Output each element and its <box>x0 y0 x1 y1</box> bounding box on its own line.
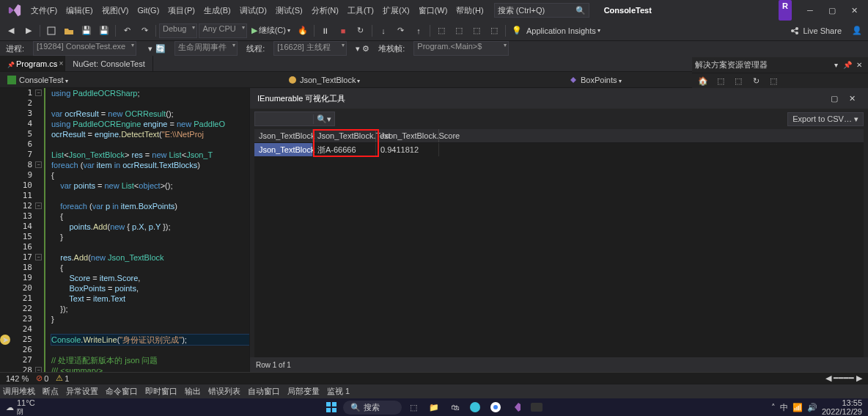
nav-back-button[interactable]: ◀ <box>3 23 19 39</box>
explorer-icon[interactable]: 📁 <box>425 398 443 416</box>
config-combo[interactable]: Debug <box>159 23 197 38</box>
scroll-handle[interactable]: ◀ ━━━━ ▶ <box>825 373 862 383</box>
chrome-icon[interactable] <box>487 398 504 416</box>
process-combo[interactable]: [19284] ConsoleTest.exe <box>33 41 136 56</box>
tab-nuget[interactable]: NuGet: ConsoleTest <box>65 56 152 71</box>
tab-autos[interactable]: 自动窗口 <box>248 386 280 397</box>
wifi-icon[interactable]: 📶 <box>792 403 803 412</box>
edge-icon[interactable] <box>466 398 484 416</box>
tray-chevron-icon[interactable]: ˄ <box>771 403 776 412</box>
insights-icon[interactable]: 💡 <box>509 23 525 39</box>
tab-immediate[interactable]: 即时窗口 <box>145 386 177 397</box>
terminal-icon[interactable] <box>528 398 545 416</box>
code-editor[interactable]: 1234567891011121314151617181920212223242… <box>0 88 249 372</box>
menu-analyze[interactable]: 分析(N) <box>307 0 343 21</box>
error-count[interactable]: ⊘0 <box>36 373 48 383</box>
vs-taskbar-icon[interactable] <box>507 398 525 416</box>
tab-breakpoints[interactable]: 断点 <box>43 386 59 397</box>
menu-edit[interactable]: 编辑(E) <box>62 0 98 21</box>
column-header[interactable]: Json_TextBlock <box>254 129 313 142</box>
cell[interactable]: 浙A-66666 <box>313 143 376 156</box>
start-button[interactable] <box>323 398 340 416</box>
tb-icon[interactable]: ⬚ <box>468 23 485 39</box>
column-header[interactable]: Json_TextBlock.Score <box>376 129 439 142</box>
stackframe-combo[interactable]: Program.<Main>$ <box>413 41 509 56</box>
se-icon[interactable]: ⬚ <box>730 73 746 89</box>
close-button[interactable]: ✕ <box>843 0 865 21</box>
save-button[interactable]: 💾 <box>78 23 95 39</box>
stop-button[interactable]: ■ <box>335 23 351 39</box>
task-view-icon[interactable]: ⬚ <box>405 398 422 416</box>
maximize-button[interactable]: ▢ <box>821 0 843 21</box>
panel-pin-icon[interactable]: 📌 <box>842 61 853 69</box>
account-button[interactable]: 👤 <box>849 23 865 39</box>
step-out-button[interactable]: ↑ <box>411 23 427 39</box>
tab-locals[interactable]: 局部变量 <box>287 386 320 397</box>
insights-label[interactable]: Application Insights <box>526 26 596 35</box>
tab-output[interactable]: 输出 <box>185 386 201 397</box>
ime-icon[interactable]: 中 <box>780 402 788 413</box>
undo-button[interactable]: ↶ <box>119 23 135 39</box>
open-button[interactable] <box>61 23 77 39</box>
search-input[interactable]: 搜索 (Ctrl+Q) 🔍 <box>494 3 589 18</box>
menu-tools[interactable]: 工具(T) <box>343 0 378 21</box>
se-home-icon[interactable]: 🏠 <box>695 73 711 89</box>
menu-project[interactable]: 项目(P) <box>163 0 199 21</box>
restart-button[interactable]: ↻ <box>353 23 369 39</box>
new-item-button[interactable] <box>43 23 59 39</box>
menu-file[interactable]: 文件(F) <box>26 0 62 21</box>
menu-window[interactable]: 窗口(W) <box>414 0 452 21</box>
tb-icon[interactable]: ⬚ <box>451 23 467 39</box>
data-grid[interactable]: Json_TextBlock Json_TextBlock.Text Json_… <box>254 129 864 357</box>
tb-icon[interactable]: ⬚ <box>486 23 502 39</box>
table-row[interactable]: Json_TextBlock 浙A-66666 0.9411812 <box>254 143 864 156</box>
store-icon[interactable]: 🛍 <box>446 398 463 416</box>
clock[interactable]: 13:55 2022/12/29 <box>822 398 862 416</box>
weather-widget[interactable]: ☁ 11°C 阴 <box>6 398 35 417</box>
tab-command[interactable]: 命令窗口 <box>106 386 138 397</box>
volume-icon[interactable]: 🔊 <box>807 403 817 412</box>
cell[interactable]: Json_TextBlock <box>254 143 313 156</box>
system-tray[interactable]: ˄ 中 📶 🔊 13:55 2022/12/29 <box>771 398 862 416</box>
menu-git[interactable]: Git(G) <box>133 0 163 21</box>
panel-close-icon[interactable]: ✕ <box>853 61 865 69</box>
menu-extensions[interactable]: 扩展(X) <box>378 0 414 21</box>
tab-watch[interactable]: 监视 1 <box>327 386 350 397</box>
visualizer-search-input[interactable]: 🔍▾ <box>254 112 335 126</box>
breadcrumb-class[interactable]: Json_TextBlock <box>284 76 564 84</box>
se-refresh-icon[interactable]: ↻ <box>748 73 764 89</box>
column-header[interactable]: Json_TextBlock.Text <box>313 129 376 142</box>
thread-combo[interactable]: [16628] 主线程 <box>273 41 347 56</box>
hot-reload-button[interactable]: 🔥 <box>295 23 311 39</box>
minimize-button[interactable]: ─ <box>799 0 821 21</box>
nav-fwd-button[interactable]: ▶ <box>21 23 37 39</box>
redo-button[interactable]: ↷ <box>136 23 152 39</box>
se-icon[interactable]: ⬚ <box>765 73 781 89</box>
step-into-button[interactable]: ↓ <box>375 23 391 39</box>
menu-debug[interactable]: 调试(D) <box>235 0 271 21</box>
lifecycle-combo[interactable]: 生命周期事件 <box>174 41 238 56</box>
panel-dropdown-icon[interactable]: ▾ <box>830 61 842 69</box>
step-over-button[interactable]: ↷ <box>393 23 409 39</box>
menu-test[interactable]: 测试(S) <box>271 0 307 21</box>
tab-exceptions[interactable]: 异常设置 <box>66 386 98 397</box>
export-csv-button[interactable]: Export to CSV… ▾ <box>787 112 864 126</box>
live-share-button[interactable]: Live Share <box>784 26 847 36</box>
tab-errorlist[interactable]: 错误列表 <box>208 386 240 397</box>
menu-view[interactable]: 视图(V) <box>98 0 133 21</box>
save-all-button[interactable]: 💾 <box>96 23 112 39</box>
platform-combo[interactable]: Any CPU <box>199 23 246 38</box>
tb-icon[interactable]: ⬚ <box>433 23 449 39</box>
warning-count[interactable]: ⚠1 <box>56 373 69 383</box>
vis-maximize-button[interactable]: ▢ <box>825 94 843 103</box>
taskbar-search[interactable]: 🔍搜索 <box>343 401 402 415</box>
break-all-button[interactable]: ⏸ <box>317 23 334 39</box>
resharper-icon[interactable]: R <box>779 0 792 21</box>
continue-button[interactable]: ▶继续(C)▾ <box>249 25 293 36</box>
vis-close-button[interactable]: ✕ <box>843 94 861 103</box>
menu-help[interactable]: 帮助(H) <box>452 0 488 21</box>
cell[interactable]: 0.9411812 <box>376 143 439 156</box>
zoom-level[interactable]: 142 % <box>6 374 29 383</box>
code-body[interactable]: using PaddleOCRSharp; var ocrResult = ne… <box>51 88 249 372</box>
tab-callstack[interactable]: 调用堆栈 <box>3 386 35 397</box>
